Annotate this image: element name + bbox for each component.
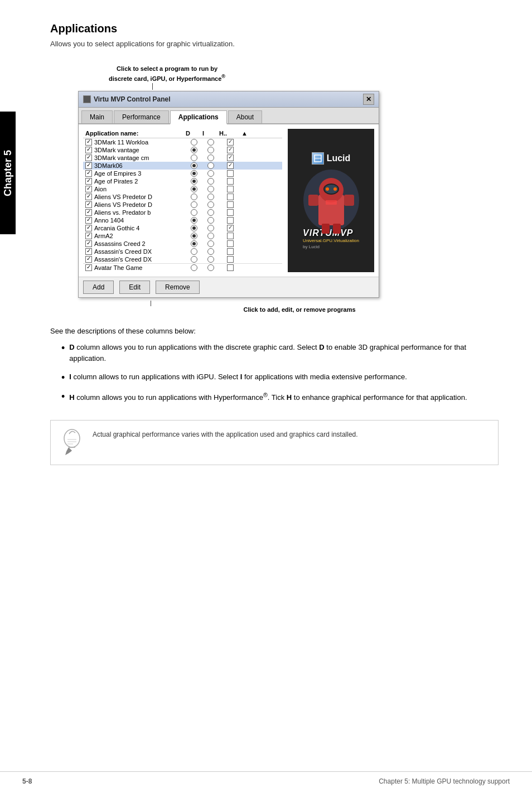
h-checkbox[interactable]	[227, 194, 234, 200]
d-radio[interactable]	[191, 162, 197, 169]
row-enable-checkbox[interactable]	[85, 209, 92, 216]
i-radio[interactable]	[207, 170, 214, 177]
tab-performance[interactable]: Performance	[114, 110, 169, 123]
i-radio[interactable]	[207, 178, 214, 185]
i-radio[interactable]	[207, 154, 214, 161]
app-name: Age of Pirates 2	[85, 178, 186, 185]
d-radio[interactable]	[191, 264, 197, 271]
i-radio[interactable]	[207, 139, 214, 146]
h-checkbox[interactable]	[227, 162, 234, 169]
table-row[interactable]: Avatar The Game	[83, 263, 282, 272]
h-checkbox[interactable]	[227, 209, 234, 216]
d-radio[interactable]	[191, 256, 197, 263]
table-row[interactable]: Assassin's Creed DX	[83, 248, 282, 255]
window-actions: Add Edit Remove	[79, 277, 379, 297]
i-radio[interactable]	[207, 186, 214, 192]
row-enable-checkbox[interactable]	[85, 147, 92, 153]
table-row[interactable]: 3DMark vantage	[83, 146, 282, 154]
h-checkbox[interactable]	[227, 139, 234, 146]
h-checkbox[interactable]	[227, 178, 234, 185]
d-radio[interactable]	[191, 201, 197, 208]
table-row[interactable]: Aliens VS Predetor D	[83, 193, 282, 201]
table-row[interactable]: Aion	[83, 185, 282, 193]
d-radio[interactable]	[191, 217, 197, 224]
d-radio[interactable]	[191, 209, 197, 216]
h-checkbox[interactable]	[227, 233, 234, 239]
d-radio[interactable]	[191, 186, 197, 192]
h-checkbox[interactable]	[227, 248, 234, 255]
h-checkbox[interactable]	[227, 154, 234, 161]
d-radio[interactable]	[191, 139, 197, 146]
table-row[interactable]: Assassins Creed 2	[83, 240, 282, 248]
table-row[interactable]: ArmA2	[83, 232, 282, 240]
row-enable-checkbox[interactable]	[85, 178, 92, 185]
i-radio[interactable]	[207, 162, 214, 169]
apps-list-area: Application name: D I H.. ▲ 3DMark 11 Wo…	[83, 129, 282, 272]
row-enable-checkbox[interactable]	[85, 264, 92, 271]
h-checkbox[interactable]	[227, 186, 234, 192]
table-row[interactable]: Anno 1404	[83, 216, 282, 224]
i-radio[interactable]	[207, 264, 214, 271]
table-row[interactable]: 3DMark vantage cm	[83, 154, 282, 162]
table-row[interactable]: Aliens vs. Predator b	[83, 209, 282, 216]
d-radio[interactable]	[191, 178, 197, 185]
i-radio[interactable]	[207, 225, 214, 231]
row-enable-checkbox[interactable]	[85, 162, 92, 169]
d-radio[interactable]	[191, 170, 197, 177]
virtumvp-subtitle: Universal.GPU.Virtualization	[303, 238, 359, 244]
tab-main[interactable]: Main	[81, 110, 113, 123]
i-radio[interactable]	[207, 217, 214, 224]
row-enable-checkbox[interactable]	[85, 256, 92, 263]
row-enable-checkbox[interactable]	[85, 248, 92, 255]
row-enable-checkbox[interactable]	[85, 139, 92, 146]
h-checkbox[interactable]	[227, 201, 234, 208]
app-name: Aliens VS Predetor D	[85, 201, 186, 208]
h-checkbox[interactable]	[227, 170, 234, 177]
table-row[interactable]: 3DMark06	[83, 162, 282, 170]
row-enable-checkbox[interactable]	[85, 201, 92, 208]
d-radio[interactable]	[191, 225, 197, 231]
i-radio[interactable]	[207, 233, 214, 239]
i-radio[interactable]	[207, 209, 214, 216]
table-row[interactable]: Aliens VS Predetor D	[83, 201, 282, 209]
remove-button[interactable]: Remove	[156, 281, 200, 294]
i-radio[interactable]	[207, 256, 214, 263]
row-enable-checkbox[interactable]	[85, 240, 92, 247]
d-radio[interactable]	[191, 154, 197, 161]
i-radio[interactable]	[207, 201, 214, 208]
add-button[interactable]: Add	[83, 281, 114, 294]
h-checkbox[interactable]	[227, 264, 234, 271]
h-checkbox[interactable]	[227, 225, 234, 231]
bullet-text-h: H column allows you to run applications …	[69, 390, 499, 403]
d-radio[interactable]	[191, 194, 197, 200]
d-radio[interactable]	[191, 147, 197, 153]
table-row[interactable]: Assassin's Creed DX	[83, 255, 282, 263]
row-enable-checkbox[interactable]	[85, 154, 92, 161]
h-checkbox[interactable]	[227, 240, 234, 247]
i-radio[interactable]	[207, 240, 214, 247]
h-checkbox[interactable]	[227, 147, 234, 153]
row-enable-checkbox[interactable]	[85, 186, 92, 192]
row-enable-checkbox[interactable]	[85, 194, 92, 200]
i-radio[interactable]	[207, 147, 214, 153]
annotation-line-top	[152, 83, 153, 90]
i-radio[interactable]	[207, 248, 214, 255]
edit-button[interactable]: Edit	[119, 281, 150, 294]
row-enable-checkbox[interactable]	[85, 170, 92, 177]
table-row[interactable]: Age of Empires 3	[83, 170, 282, 177]
h-checkbox[interactable]	[227, 256, 234, 263]
d-radio[interactable]	[191, 248, 197, 255]
row-enable-checkbox[interactable]	[85, 233, 92, 239]
tab-applications[interactable]: Applications	[170, 110, 227, 124]
d-radio[interactable]	[191, 240, 197, 247]
tab-about[interactable]: About	[228, 110, 262, 123]
row-enable-checkbox[interactable]	[85, 225, 92, 231]
i-radio[interactable]	[207, 194, 214, 200]
table-row[interactable]: Arcania Gothic 4	[83, 224, 282, 232]
window-close-button[interactable]: ✕	[363, 94, 374, 105]
row-enable-checkbox[interactable]	[85, 217, 92, 224]
table-row[interactable]: 3DMark 11 Workloa	[83, 138, 282, 146]
h-checkbox[interactable]	[227, 217, 234, 224]
d-radio[interactable]	[191, 233, 197, 239]
table-row[interactable]: Age of Pirates 2	[83, 177, 282, 185]
